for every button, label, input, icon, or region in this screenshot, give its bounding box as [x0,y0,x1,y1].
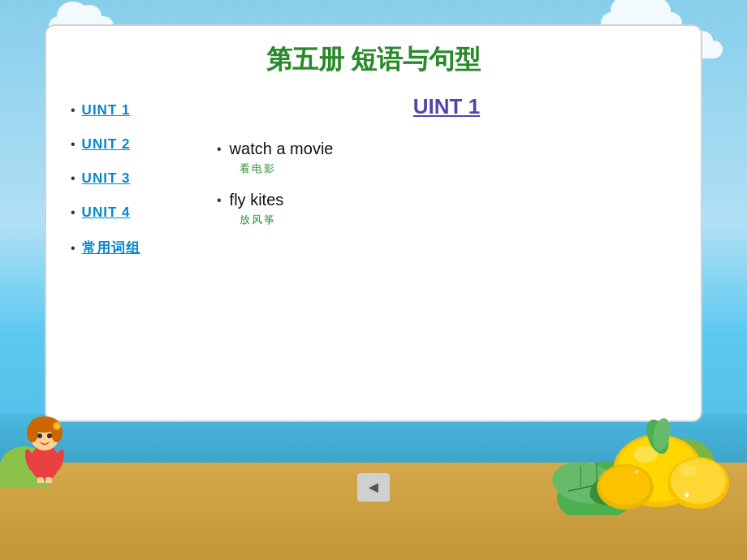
unit-heading: UINT 1 [217,94,676,119]
svg-point-8 [54,424,59,429]
svg-text:✦: ✦ [682,489,692,502]
content-area: • UINT 1 • UNIT 2 • UNIT 3 • UNIT 4 • 常用… [71,94,676,275]
svg-rect-12 [45,477,52,483]
main-content-panel: 第五册 短语与句型 • UINT 1 • UNIT 2 • UNIT 3 • U… [45,24,702,422]
phrase-english-1: watch a movie [230,140,334,158]
nav-item-unit2[interactable]: • UNIT 2 [71,136,184,153]
svg-point-3 [27,423,38,442]
nav-link-unit4[interactable]: UNIT 4 [82,205,131,221]
nav-bullet-3: • [71,171,76,186]
nav-link-unit2[interactable]: UNIT 2 [82,136,131,153]
nav-item-common[interactable]: • 常用词组 [71,239,184,257]
nav-link-unit3[interactable]: UNIT 3 [82,170,131,187]
nav-link-common[interactable]: 常用词组 [82,239,140,257]
phrase-chinese-2: 放风筝 [240,213,676,227]
phrase-chinese-1: 看电影 [240,162,676,176]
phrase-row-en-1: • watch a movie [217,140,676,158]
nav-bullet-1: • [71,103,76,118]
decorative-girl [12,402,77,483]
decorative-fruits: ✦ ✦ [585,406,731,511]
right-content: UINT 1 • watch a movie 看电影 • fly kites 放… [201,94,676,275]
nav-link-uint1[interactable]: UINT 1 [82,102,131,118]
svg-point-24 [680,465,697,476]
phrase-bullet-2: • [217,193,222,208]
phrase-row-en-2: • fly kites [217,191,676,209]
svg-point-23 [671,459,726,504]
nav-bullet-2: • [71,137,76,152]
page-title: 第五册 短语与句型 [71,42,676,78]
back-button-inner[interactable]: ◄ [357,473,390,502]
phrase-bullet-1: • [217,142,222,157]
phrase-english-2: fly kites [230,191,284,209]
left-navigation: • UINT 1 • UNIT 2 • UNIT 3 • UNIT 4 • 常用… [71,94,184,275]
nav-bullet-4: • [71,205,76,220]
phrase-item-1: • watch a movie 看电影 [217,140,676,176]
nav-bullet-5: • [71,241,76,256]
svg-point-6 [47,433,52,438]
phrase-item-2: • fly kites 放风筝 [217,191,676,227]
svg-text:✦: ✦ [633,467,640,476]
back-button[interactable]: ◄ [357,473,390,502]
nav-item-unit3[interactable]: • UNIT 3 [71,170,184,187]
svg-point-26 [600,466,650,505]
svg-point-5 [37,433,42,438]
svg-rect-11 [37,477,44,483]
back-arrow-icon: ◄ [365,478,382,497]
nav-item-unit4[interactable]: • UNIT 4 [71,205,184,221]
nav-item-uint1[interactable]: • UINT 1 [71,102,184,118]
